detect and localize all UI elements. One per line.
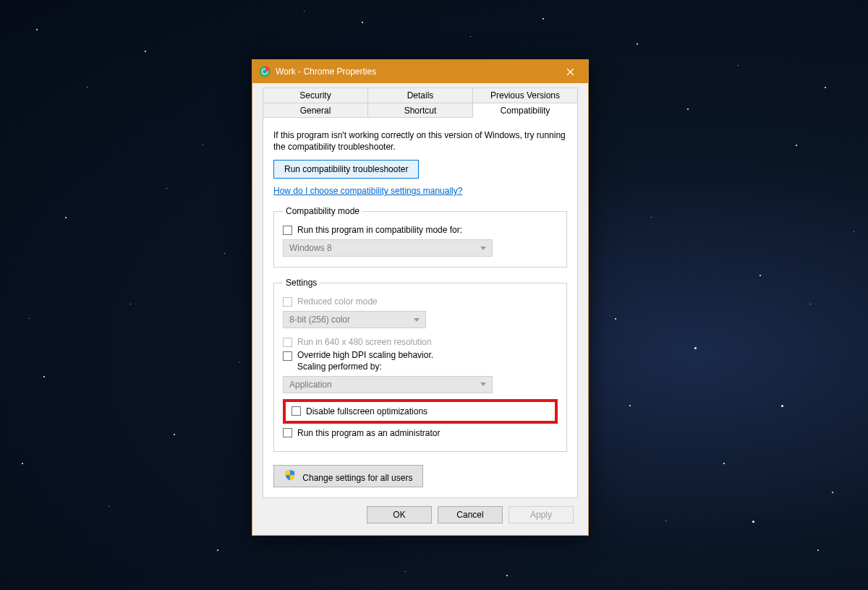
compat-mode-select-value: Windows 8: [289, 243, 332, 253]
ok-button[interactable]: OK: [367, 506, 432, 523]
dpi-override-label2: Scaling performed by:: [297, 362, 433, 373]
change-settings-all-users-button[interactable]: Change settings for all users: [273, 465, 423, 487]
close-button[interactable]: [554, 61, 587, 82]
tabs: Security Details Previous Versions Gener…: [263, 87, 578, 118]
disable-fullscreen-checkbox[interactable]: [292, 406, 301, 416]
compatibility-mode-legend: Compatibility mode: [283, 206, 362, 216]
run-as-admin-checkbox[interactable]: [283, 428, 292, 437]
highlight-annotation: Disable fullscreen optimizations: [283, 399, 558, 424]
tab-general[interactable]: General: [263, 103, 368, 118]
run-troubleshooter-button[interactable]: Run compatibility troubleshooter: [273, 160, 419, 179]
dialog-footer: OK Cancel Apply: [257, 499, 584, 528]
compat-mode-label: Run this program in compatibility mode f…: [297, 225, 462, 235]
color-mode-select[interactable]: 8-bit (256) color: [283, 311, 426, 328]
tab-compatibility[interactable]: Compatibility: [473, 103, 578, 118]
dpi-override-label1: Override high DPI scaling behavior.: [297, 350, 433, 362]
settings-group: Settings Reduced color mode 8-bit (256) …: [273, 278, 567, 451]
dpi-scaling-select[interactable]: Application: [283, 376, 493, 393]
reduced-color-checkbox[interactable]: [283, 297, 292, 307]
tab-shortcut[interactable]: Shortcut: [368, 103, 473, 118]
color-mode-select-value: 8-bit (256) color: [289, 315, 350, 325]
tab-details[interactable]: Details: [368, 87, 473, 103]
tab-content: If this program isn't working correctly …: [263, 117, 578, 498]
app-icon: [258, 65, 271, 78]
dialog-body: Security Details Previous Versions Gener…: [252, 83, 588, 535]
reduced-color-label: Reduced color mode: [297, 296, 378, 307]
tab-security[interactable]: Security: [263, 87, 368, 103]
properties-dialog: Work - Chrome Properties Security Detail…: [252, 59, 589, 536]
run-as-admin-label: Run this program as an administrator: [297, 428, 440, 438]
apply-button[interactable]: Apply: [509, 506, 574, 523]
compat-mode-checkbox[interactable]: [283, 226, 292, 235]
dpi-scaling-select-value: Application: [289, 380, 332, 390]
compatibility-mode-group: Compatibility mode Run this program in c…: [273, 206, 567, 268]
chevron-down-icon: [414, 318, 420, 322]
settings-legend: Settings: [283, 278, 320, 288]
intro-text: If this program isn't working correctly …: [273, 129, 567, 153]
chevron-down-icon: [480, 247, 486, 250]
chevron-down-icon: [480, 382, 486, 386]
compat-mode-select[interactable]: Windows 8: [283, 239, 493, 257]
dpi-override-checkbox[interactable]: [283, 351, 292, 361]
titlebar[interactable]: Work - Chrome Properties: [252, 60, 588, 83]
low-res-label: Run in 640 x 480 screen resolution: [297, 337, 431, 347]
disable-fullscreen-label: Disable fullscreen optimizations: [306, 406, 427, 416]
manual-settings-link[interactable]: How do I choose compatibility settings m…: [273, 186, 462, 196]
window-title: Work - Chrome Properties: [276, 67, 554, 77]
shield-icon: [284, 469, 296, 481]
tab-previous-versions[interactable]: Previous Versions: [473, 87, 578, 103]
cancel-button[interactable]: Cancel: [438, 506, 503, 523]
low-res-checkbox[interactable]: [283, 338, 292, 347]
change-settings-all-users-label: Change settings for all users: [302, 473, 412, 483]
